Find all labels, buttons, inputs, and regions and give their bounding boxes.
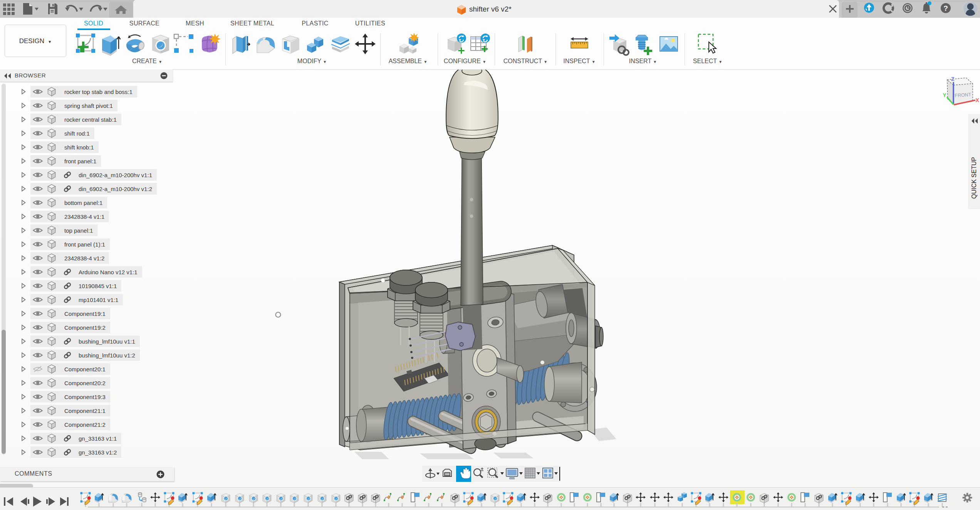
svg-text:rocker top stab and boss:1: rocker top stab and boss:1	[64, 89, 133, 95]
svg-text:top panel:1: top panel:1	[64, 227, 93, 234]
svg-text:2342838-4 v1:1: 2342838-4 v1:1	[64, 213, 104, 220]
svg-text:Component21:2: Component21:2	[64, 421, 106, 428]
svg-text:Component19:2: Component19:2	[64, 324, 106, 331]
svg-text:Component19:1: Component19:1	[64, 310, 106, 317]
svg-text:Z: Z	[951, 76, 955, 82]
svg-text:?: ?	[943, 4, 948, 12]
svg-text:gn_33163 v1:2: gn_33163 v1:2	[79, 449, 117, 456]
svg-text:Component20:2: Component20:2	[64, 380, 106, 386]
svg-text:2342838-4 v1:2: 2342838-4 v1:2	[64, 255, 104, 262]
svg-text:10190845 v1:1: 10190845 v1:1	[79, 283, 117, 289]
svg-text:spring shaft pivot:1: spring shaft pivot:1	[64, 102, 113, 109]
svg-text:Component21:1: Component21:1	[64, 408, 106, 414]
svg-text:Arduino Nano v12 v1:1: Arduino Nano v12 v1:1	[79, 269, 138, 275]
svg-text:bushing_lmf10uu v1:2: bushing_lmf10uu v1:2	[79, 352, 135, 359]
svg-text:bushing_lmf10uu v1:1: bushing_lmf10uu v1:1	[79, 338, 135, 345]
svg-text:mp101401 v1:1: mp101401 v1:1	[79, 297, 118, 303]
svg-text:din_6902-a_m10-200hv v1:2: din_6902-a_m10-200hv v1:2	[79, 186, 152, 192]
svg-text:gn_33163 v1:1: gn_33163 v1:1	[79, 435, 117, 442]
svg-text:din_6902-a_m10-200hv v1:1: din_6902-a_m10-200hv v1:1	[79, 172, 152, 178]
svg-text:X: X	[975, 97, 979, 103]
svg-text:front panel (1):1: front panel (1):1	[64, 241, 105, 248]
svg-text:front panel:1: front panel:1	[64, 158, 96, 164]
svg-text:shift knob:1: shift knob:1	[64, 144, 94, 151]
svg-text:rocker central stab:1: rocker central stab:1	[64, 116, 117, 123]
svg-text:Component19:3: Component19:3	[64, 394, 106, 400]
svg-text:Component20:1: Component20:1	[64, 366, 106, 372]
svg-text:bottom panel:1: bottom panel:1	[64, 200, 102, 206]
svg-text:shift rod:1: shift rod:1	[64, 130, 90, 137]
svg-text:Y: Y	[943, 92, 946, 98]
